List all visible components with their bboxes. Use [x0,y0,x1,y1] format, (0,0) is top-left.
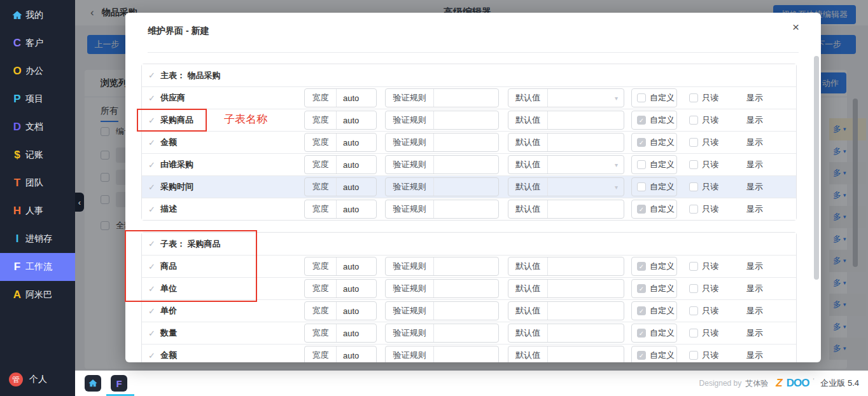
display-toggle[interactable]: 显示 [746,203,763,215]
display-toggle[interactable]: 显示 [746,261,763,272]
validate-rule-input[interactable] [434,89,498,107]
default-value-input[interactable] [548,200,624,218]
sidebar-item-项目[interactable]: P项目 [0,85,75,113]
sidebar-item-客户[interactable]: C客户 [0,29,75,57]
width-input[interactable]: auto [337,89,376,107]
checkbox[interactable]: ✓ [637,116,646,125]
sidebar-item-记账[interactable]: $记账 [0,141,75,169]
checkbox[interactable]: ✓ [637,262,646,271]
default-value-input[interactable]: ▾ [548,178,624,196]
default-value-addon: 默认值 [508,133,548,151]
field-label: 采购时间 [160,181,193,193]
display-toggle[interactable]: 显示 [746,283,763,294]
checkbox[interactable] [689,262,698,271]
checkbox-label: 自定义 [650,181,675,193]
checkbox-label: 只读 [702,350,718,361]
sidebar-item-文档[interactable]: D文档 [0,113,75,141]
checkbox[interactable]: ✓ [637,351,646,360]
sidebar-item-人事[interactable]: H人事 [0,197,75,225]
default-value-input[interactable] [548,324,624,342]
checkbox[interactable] [689,116,698,125]
checkbox[interactable]: ✓ [637,138,646,147]
width-input[interactable]: auto [337,178,376,196]
width-input[interactable]: auto [337,156,376,174]
modal-scrollbar[interactable] [814,56,819,280]
width-input[interactable]: auto [337,324,376,342]
display-toggle[interactable]: 显示 [746,350,763,361]
default-value-input[interactable] [548,280,624,297]
checkbox-label: 只读 [702,181,718,193]
close-icon[interactable]: × [792,21,799,33]
checkbox[interactable]: ✓ [637,284,646,293]
checkbox[interactable]: ✓ [637,306,646,315]
validate-rule-input[interactable] [434,280,498,297]
width-addon: 宽度 [305,200,337,218]
default-value-input[interactable] [548,302,624,320]
validate-rule-group: 验证规则 [385,133,499,152]
checkbox[interactable] [689,138,698,147]
validate-rule-input[interactable] [434,257,498,275]
width-input[interactable]: auto [337,257,376,275]
display-toggle[interactable]: 显示 [746,114,763,126]
display-toggle[interactable]: 显示 [746,305,763,317]
validate-rule-input[interactable] [434,346,498,362]
field-row: ✓单价宽度auto验证规则默认值✓自定义只读显示 [142,299,796,322]
taskbar-workflow-icon[interactable]: F [111,375,127,392]
sidebar-item-我的[interactable]: 我的 [0,1,75,29]
default-value-input[interactable] [548,133,624,151]
default-value-input[interactable] [548,257,624,275]
width-input[interactable]: auto [337,133,376,151]
checkbox[interactable] [689,329,698,338]
sidebar-collapse-button[interactable]: ‹ [75,193,84,212]
validate-rule-input[interactable] [434,133,498,151]
validate-rule-input[interactable] [434,302,498,320]
sidebar-item-personal[interactable]: 管 个人 [0,367,75,392]
checkbox[interactable] [689,160,698,169]
display-toggle[interactable]: 显示 [746,181,763,193]
sidebar-item-团队[interactable]: T团队 [0,169,75,197]
checkbox[interactable] [689,93,698,102]
checkbox[interactable] [637,93,646,102]
default-value-input[interactable]: ▾ [548,89,624,107]
width-input[interactable]: auto [337,111,376,129]
display-toggle[interactable]: 显示 [746,137,763,148]
sidebar-item-工作流[interactable]: F工作流 [0,253,75,281]
validate-rule-input[interactable] [434,200,498,218]
sidebar-item-阿米巴[interactable]: A阿米巴 [0,281,75,309]
field-label: 供应商 [160,92,185,104]
sidebar-item-进销存[interactable]: I进销存 [0,225,75,253]
width-input[interactable]: auto [337,200,376,218]
checkbox[interactable]: ✓ [637,205,646,214]
sidebar-item-label: 我的 [25,10,43,21]
letter-i-icon: I [9,233,25,245]
display-toggle[interactable]: 显示 [746,159,763,170]
validate-rule-input[interactable] [434,178,498,196]
sidebar-item-办公[interactable]: O办公 [0,57,75,85]
validate-rule-input[interactable] [434,156,498,174]
checkbox-label: 只读 [702,327,718,339]
checkbox[interactable] [637,182,646,191]
checkbox[interactable] [637,160,646,169]
checkbox[interactable] [689,306,698,315]
checkbox[interactable] [689,351,698,360]
validate-rule-input[interactable] [434,324,498,342]
display-toggle[interactable]: 显示 [746,327,763,339]
default-value-input[interactable]: ▾ [548,156,624,174]
default-value-input[interactable] [548,111,624,129]
taskbar-home-icon[interactable] [85,375,101,392]
width-input[interactable]: auto [337,280,376,297]
width-input[interactable]: auto [337,346,376,362]
check-icon: ✓ [148,306,155,316]
width-input[interactable]: auto [337,302,376,320]
width-group: 宽度auto [304,177,377,196]
display-toggle[interactable]: 显示 [746,92,763,104]
checkbox[interactable] [689,284,698,293]
default-value-input[interactable] [548,346,624,362]
width-group: 宽度auto [304,301,377,320]
checkbox[interactable] [689,205,698,214]
checkbox[interactable] [689,182,698,191]
sidebar-user-label: 个人 [29,374,47,385]
default-value-group: 默认值 [508,133,624,152]
validate-rule-input[interactable] [434,111,498,129]
checkbox[interactable]: ✓ [637,329,646,338]
